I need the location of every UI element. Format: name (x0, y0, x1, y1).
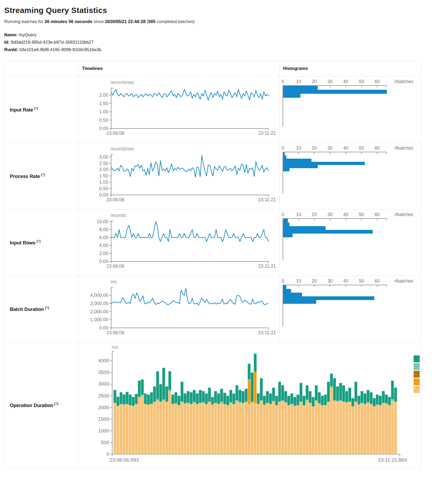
svg-text:0.00: 0.00 (99, 325, 108, 331)
svg-text:20: 20 (312, 145, 317, 151)
svg-text:50: 50 (359, 79, 364, 84)
input-rows-timeline-cell: records10.008.006.004.002.000.0023:06:06… (78, 209, 279, 276)
start-timestamp: 2020/05/21 22:44:28 (105, 19, 146, 24)
input-rate-label: Input Rate(?) (4, 77, 78, 143)
process-rate-histogram-cell: 0102030405060#batches (279, 143, 421, 209)
legend-swatch-0 (414, 355, 420, 362)
svg-text:23:11:21: 23:11:21 (258, 330, 276, 335)
legend-swatch-2 (414, 371, 420, 378)
page-title: Streaming Query Statistics (4, 6, 444, 15)
input-rate-help-icon[interactable]: (?) (34, 106, 38, 110)
input-rows-timeline-chart: records10.008.006.004.002.000.0023:06:06… (78, 211, 279, 274)
input-rows-row: Input Rows(?) records10.008.006.004.002.… (4, 209, 421, 276)
svg-text:1.00: 1.00 (99, 180, 108, 185)
svg-text:3500: 3500 (98, 369, 109, 375)
header-timelines: Timelines (78, 61, 279, 77)
svg-text:40: 40 (343, 278, 349, 284)
query-id-value: 9d0dd219-995d-423e-b97d-36931110bb27 (11, 40, 94, 44)
svg-text:2.00: 2.00 (99, 92, 108, 98)
batch-duration-histogram-chart: 0102030405060#batches (279, 277, 420, 341)
operation-duration-label: Operation Duration(?) (4, 342, 78, 468)
batch-duration-help-icon[interactable]: (?) (45, 306, 49, 310)
table-header-row: Timelines Histograms (4, 61, 421, 77)
query-name-value: myQuery (19, 32, 37, 37)
svg-text:23:11:21: 23:11:21 (258, 264, 276, 269)
svg-text:40: 40 (343, 145, 349, 151)
svg-text:0: 0 (282, 278, 284, 284)
completed-batches-count: 505 (148, 19, 156, 24)
svg-text:60: 60 (375, 145, 380, 151)
svg-text:0.00: 0.00 (99, 259, 108, 264)
svg-text:0.50: 0.50 (99, 186, 108, 191)
svg-text:3,000.00: 3,000.00 (90, 301, 108, 306)
svg-text:50: 50 (359, 145, 364, 151)
svg-text:10: 10 (296, 79, 301, 84)
svg-text:20: 20 (312, 278, 317, 284)
svg-text:1500: 1500 (98, 416, 109, 422)
query-runid-value: 04e101e6-8bf8-4165-9099-9104c951ba3b (19, 47, 101, 52)
svg-text:23:06:06: 23:06:06 (106, 197, 124, 202)
svg-text:4000: 4000 (98, 358, 109, 363)
svg-text:0.00: 0.00 (99, 126, 108, 131)
input-rate-timeline-chart: records/sec2.001.501.000.500.0023:06:062… (78, 78, 279, 141)
process-rate-row: Process Rate(?) records/sec3.002.502.001… (4, 143, 421, 209)
input-rows-label: Input Rows(?) (4, 209, 78, 276)
query-runid-row: RunId: 04e101e6-8bf8-4165-9099-9104c951b… (4, 46, 444, 53)
svg-text:10: 10 (296, 212, 301, 217)
statistics-table: Timelines Histograms Input Rate(?) recor… (4, 61, 421, 468)
svg-text:0.50: 0.50 (99, 118, 108, 123)
svg-text:2,000.00: 2,000.00 (90, 309, 108, 314)
input-rows-histogram-chart: 0102030405060#batches (279, 211, 420, 274)
svg-text:1,000.00: 1,000.00 (90, 317, 108, 322)
svg-text:50: 50 (359, 212, 364, 217)
svg-text:1.50: 1.50 (99, 173, 108, 178)
svg-text:23:06:06: 23:06:06 (106, 330, 124, 335)
svg-text:6.00: 6.00 (99, 235, 108, 240)
legend-swatch-3 (414, 378, 420, 385)
query-id-row: Id: 9d0dd219-995d-423e-b97d-36931110bb27 (4, 38, 444, 46)
svg-text:2.50: 2.50 (99, 161, 108, 166)
running-batches-summary: Running batches for 26 minutes 56 second… (4, 19, 444, 24)
svg-text:10: 10 (296, 145, 301, 151)
svg-text:0: 0 (282, 145, 284, 151)
svg-text:#batches: #batches (395, 145, 413, 151)
process-rate-label: Process Rate(?) (4, 143, 78, 209)
batch-duration-row: Batch Duration(?) ms4,000.003,000.002,00… (4, 276, 421, 342)
process-rate-timeline-cell: records/sec3.002.502.001.501.000.500.002… (78, 143, 279, 209)
running-duration: 26 minutes 56 seconds (44, 19, 92, 24)
input-rows-help-icon[interactable]: (?) (37, 239, 40, 243)
svg-text:10: 10 (296, 278, 301, 284)
svg-text:8.00: 8.00 (99, 227, 108, 232)
svg-text:40: 40 (343, 212, 349, 217)
svg-text:30: 30 (327, 212, 333, 217)
svg-text:4.00: 4.00 (99, 243, 108, 248)
svg-text:23:11:21: 23:11:21 (258, 197, 276, 202)
operation-duration-chart-cell: ms4000350030002500200015001000500023:06:… (78, 342, 421, 468)
svg-text:3000: 3000 (98, 381, 109, 387)
svg-text:2.00: 2.00 (99, 251, 108, 256)
svg-text:60: 60 (375, 212, 380, 217)
svg-text:0: 0 (106, 451, 109, 457)
svg-text:60: 60 (375, 79, 380, 84)
input-rate-histogram-chart: 0102030405060#batches (279, 78, 420, 141)
operation-duration-row: Operation Duration(?) ms4000350030002500… (4, 342, 421, 468)
svg-text:0: 0 (282, 79, 284, 84)
header-histograms: Histograms (279, 61, 421, 77)
input-rate-row: Input Rate(?) records/sec2.001.501.000.5… (4, 77, 421, 143)
svg-text:records/sec: records/sec (111, 80, 135, 85)
svg-text:ms: ms (111, 279, 117, 284)
svg-text:10.00: 10.00 (97, 219, 108, 224)
svg-text:4,000.00: 4,000.00 (90, 293, 108, 298)
batch-duration-histogram-cell: 0102030405060#batches (279, 276, 421, 342)
process-rate-help-icon[interactable]: (?) (41, 173, 45, 177)
svg-text:2500: 2500 (98, 393, 109, 399)
input-rate-timeline-cell: records/sec2.001.501.000.500.0023:06:062… (78, 77, 279, 143)
operation-duration-help-icon[interactable]: (?) (54, 402, 58, 406)
svg-text:40: 40 (343, 79, 349, 84)
svg-text:#batches: #batches (395, 212, 413, 217)
svg-text:2000: 2000 (98, 405, 109, 410)
svg-text:records/sec: records/sec (111, 146, 135, 151)
process-rate-timeline-chart: records/sec3.002.502.001.501.000.500.002… (78, 144, 279, 208)
svg-text:ms: ms (112, 345, 118, 350)
svg-text:23:06:06: 23:06:06 (106, 131, 124, 136)
